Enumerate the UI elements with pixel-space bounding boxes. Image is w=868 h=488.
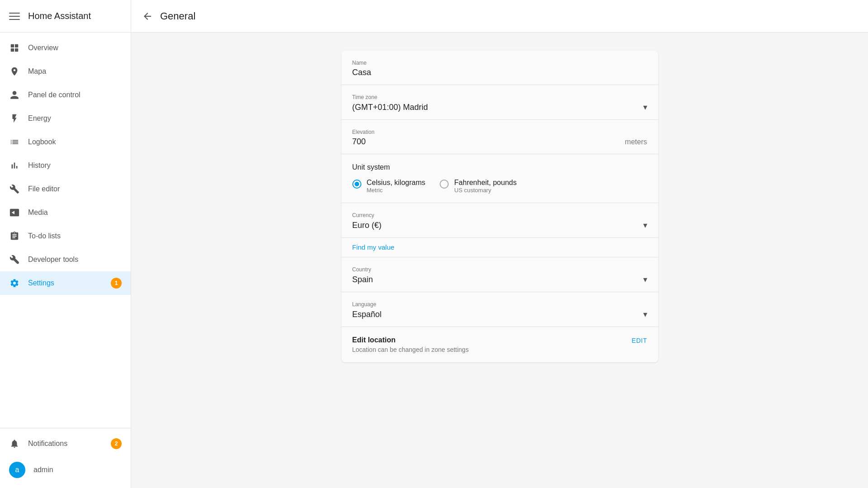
elevation-label: Elevation (352, 129, 647, 135)
svg-rect-4 (15, 44, 18, 47)
sidebar-item-settings[interactable]: Settings 1 (0, 271, 131, 295)
avatar: a (9, 462, 25, 478)
sidebar-item-logbook[interactable]: Logbook (0, 130, 131, 154)
sidebar-header: Home Assistant (0, 0, 131, 33)
sidebar-item-history[interactable]: History (0, 154, 131, 177)
gear-icon (9, 278, 20, 289)
app-title: Home Assistant (28, 11, 91, 21)
content-area: Name Casa Time zone (GMT+01:00) Madrid ▾… (131, 33, 868, 488)
unit-metric-sub: Metric (367, 187, 426, 194)
svg-rect-3 (11, 44, 14, 47)
sidebar-item-label: To-do lists (28, 232, 122, 240)
timezone-value: (GMT+01:00) Madrid (352, 103, 428, 112)
unit-us-sub: US customary (454, 187, 517, 194)
name-value: Casa (352, 68, 647, 77)
sidebar-item-mapa[interactable]: Mapa (0, 60, 131, 83)
name-label: Name (352, 60, 647, 66)
main-content: General Name Casa Time zone (GMT+01:00) … (131, 0, 868, 488)
sidebar-bottom: Notifications 2 a admin (0, 428, 131, 488)
currency-label: Currency (352, 212, 647, 218)
timezone-label: Time zone (352, 94, 647, 100)
country-label: Country (352, 266, 647, 273)
sidebar-item-label: Settings (28, 279, 103, 287)
svg-rect-1 (9, 16, 20, 17)
timezone-dropdown-icon: ▾ (643, 102, 647, 112)
bell-icon (9, 438, 20, 449)
timezone-field-group[interactable]: Time zone (GMT+01:00) Madrid ▾ (342, 85, 658, 120)
person-icon (9, 90, 20, 100)
sidebar-item-notifications[interactable]: Notifications 2 (0, 432, 131, 455)
name-field-group: Name Casa (342, 51, 658, 85)
map-icon (9, 66, 20, 77)
radio-metric[interactable] (352, 180, 361, 189)
elevation-field-group: Elevation 700 meters (342, 120, 658, 154)
sidebar-item-developer-tools[interactable]: Developer tools (0, 248, 131, 271)
svg-rect-6 (15, 48, 18, 52)
bar-chart-icon (9, 160, 20, 171)
sidebar-item-label: Developer tools (28, 256, 122, 264)
language-dropdown-icon: ▾ (643, 309, 647, 319)
country-field-group[interactable]: Country Spain ▾ (342, 257, 658, 292)
settings-badge: 1 (111, 278, 122, 289)
grid-icon (9, 43, 20, 53)
elevation-unit: meters (625, 138, 647, 146)
language-label: Language (352, 301, 647, 308)
sidebar-item-panel[interactable]: Panel de control (0, 83, 131, 107)
sidebar-item-label: Energy (28, 114, 122, 123)
unit-us-main: Fahrenheit, pounds (454, 179, 517, 187)
sidebar-item-overview[interactable]: Overview (0, 36, 131, 60)
topbar: General (131, 0, 868, 33)
sidebar: Home Assistant Overview Mapa (0, 0, 131, 488)
language-field-group[interactable]: Language Español ▾ (342, 292, 658, 327)
sidebar-item-admin[interactable]: a admin (0, 455, 131, 484)
edit-location-button[interactable]: EDIT (632, 336, 647, 344)
svg-rect-0 (9, 13, 20, 14)
sidebar-item-label: Mapa (28, 67, 122, 76)
sidebar-item-label: Logbook (28, 138, 122, 146)
notifications-badge: 2 (111, 438, 122, 449)
unit-metric-main: Celsius, kilograms (367, 179, 426, 187)
edit-location-desc: Location can be changed in zone settings (352, 346, 469, 353)
elevation-value: 700 (352, 137, 366, 147)
clipboard-icon (9, 231, 20, 242)
list-icon (9, 137, 20, 147)
currency-value: Euro (€) (352, 221, 382, 230)
edit-location-title: Edit location (352, 336, 469, 344)
unit-option-metric[interactable]: Celsius, kilograms Metric (352, 179, 426, 194)
unit-option-us[interactable]: Fahrenheit, pounds US customary (440, 179, 517, 194)
tools-icon (9, 254, 20, 265)
back-button[interactable] (142, 11, 153, 22)
settings-card: Name Casa Time zone (GMT+01:00) Madrid ▾… (342, 51, 658, 362)
energy-icon (9, 113, 20, 124)
currency-dropdown-icon: ▾ (643, 220, 647, 230)
sidebar-item-label: File editor (28, 185, 122, 193)
sidebar-item-energy[interactable]: Energy (0, 107, 131, 130)
page-title: General (160, 10, 195, 22)
country-value: Spain (352, 275, 373, 284)
svg-rect-5 (11, 48, 14, 52)
menu-icon[interactable] (9, 11, 20, 22)
sidebar-item-media[interactable]: Media (0, 201, 131, 224)
find-link-section: Find my value (342, 238, 658, 257)
sidebar-item-label: Overview (28, 44, 122, 52)
sidebar-item-todo[interactable]: To-do lists (0, 224, 131, 248)
sidebar-item-label: History (28, 161, 122, 170)
currency-field-group[interactable]: Currency Euro (€) ▾ (342, 203, 658, 238)
sidebar-item-label: Notifications (28, 440, 103, 448)
unit-system-section: Unit system Celsius, kilograms Metric (342, 154, 658, 203)
language-value: Español (352, 310, 382, 319)
unit-system-title: Unit system (352, 163, 647, 171)
sidebar-item-label: Panel de control (28, 91, 122, 99)
edit-location-section: Edit location Location can be changed in… (342, 327, 658, 362)
svg-rect-2 (9, 19, 20, 20)
country-dropdown-icon: ▾ (643, 275, 647, 284)
find-my-value-link[interactable]: Find my value (352, 243, 394, 251)
sidebar-item-label: Media (28, 208, 122, 217)
wrench-icon (9, 184, 20, 194)
sidebar-item-label: admin (33, 466, 122, 474)
play-icon (9, 207, 20, 218)
sidebar-nav: Overview Mapa Panel de control (0, 33, 131, 428)
radio-metric-inner (355, 182, 359, 186)
radio-us[interactable] (440, 180, 449, 189)
sidebar-item-file-editor[interactable]: File editor (0, 177, 131, 201)
